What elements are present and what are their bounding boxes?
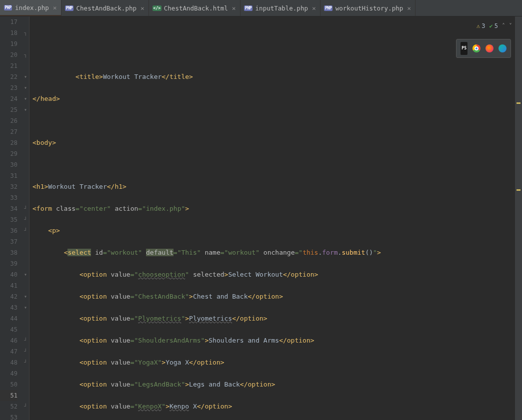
chevron-down-icon[interactable]: ˅	[509, 20, 512, 31]
html-icon: </>	[153, 4, 161, 11]
tab-inputtable-php[interactable]: PHP inputTable.php ×	[240, 0, 320, 16]
tab-label: ChestAndBack.php	[76, 4, 136, 12]
t: =	[130, 403, 134, 410]
php-icon: PHP	[66, 4, 74, 11]
t: option	[84, 359, 111, 366]
t: option	[287, 337, 310, 344]
t: option	[84, 315, 111, 322]
t: "workout"	[224, 249, 260, 256]
t: submit	[342, 249, 365, 256]
close-icon[interactable]: ×	[312, 4, 316, 12]
t: Chest and Back	[193, 293, 248, 300]
editor[interactable]: 1718192021222324252627282930313233343536…	[0, 16, 522, 420]
t: </	[283, 271, 291, 278]
t: </	[279, 337, 287, 344]
t: >	[228, 403, 232, 410]
scrollbar[interactable]	[515, 16, 522, 420]
t: class	[56, 205, 76, 212]
t: <	[80, 403, 84, 410]
t: Shoulders and Arms	[208, 337, 279, 344]
inspection-status[interactable]: ⚠3 ✔5 ˄ ˅	[476, 20, 512, 31]
t: =	[130, 293, 134, 300]
t: </	[232, 315, 240, 322]
t: >	[166, 403, 170, 410]
warning-icon: ⚠	[476, 20, 480, 31]
t: "index.php"	[142, 205, 185, 212]
t: </	[107, 183, 115, 190]
t: value	[111, 403, 130, 410]
t: action	[111, 205, 138, 212]
t: </	[197, 403, 205, 410]
t: =	[130, 359, 134, 366]
close-icon[interactable]: ×	[140, 4, 144, 12]
t: >	[271, 381, 275, 388]
browser-preview-bar[interactable]: PS	[456, 39, 511, 58]
t: >	[162, 359, 166, 366]
t: <	[80, 381, 84, 388]
ok-count: 5	[494, 20, 498, 31]
t: <	[32, 205, 36, 212]
tab-chestandback-html[interactable]: </> ChestAndBack.html ×	[149, 0, 240, 16]
tab-index-php[interactable]: PHP index.php ×	[0, 0, 62, 16]
t: =	[130, 315, 134, 322]
t: "	[373, 249, 377, 256]
tab-workouthistory-php[interactable]: PHP workoutHistory.php ×	[320, 0, 416, 16]
close-icon[interactable]: ×	[53, 4, 57, 11]
t: value	[111, 337, 130, 344]
t: >	[220, 359, 224, 366]
t: title	[80, 73, 99, 80]
fold-column[interactable]: ┐┐▾▾▾▾┘┘┘▾▾▾┘┘┘┘	[22, 16, 30, 420]
phpstorm-icon[interactable]: PS	[460, 42, 468, 55]
t: >	[52, 139, 56, 146]
t: select	[68, 249, 91, 256]
tab-chestandback-php[interactable]: PHP ChestAndBack.php ×	[62, 0, 149, 16]
firefox-icon[interactable]	[486, 44, 494, 52]
edge-icon[interactable]	[498, 44, 506, 52]
t: </	[32, 95, 40, 102]
t: default	[146, 249, 174, 256]
t: title	[170, 73, 189, 80]
t: >	[99, 73, 103, 80]
t: h1	[114, 183, 122, 190]
t: =	[103, 249, 107, 256]
code-area[interactable]: ⚠3 ✔5 ˄ ˅ PS <title>Workout Tracker</tit…	[30, 16, 522, 420]
tab-label: workoutHistory.php	[336, 4, 403, 12]
t: >	[185, 315, 189, 322]
t: value	[111, 381, 130, 388]
chrome-icon[interactable]	[472, 44, 480, 52]
t: >	[56, 227, 60, 234]
t: h1	[36, 183, 44, 190]
t: =	[130, 271, 134, 278]
t: value	[111, 293, 130, 300]
t: option	[256, 293, 279, 300]
t: <	[80, 293, 84, 300]
t: option	[248, 381, 272, 388]
tab-label: inputTable.php	[256, 4, 308, 12]
t: Workout Tracker	[103, 73, 162, 80]
t: =	[130, 337, 134, 344]
t: option	[291, 271, 314, 278]
t: "ShouldersAndArms"	[134, 337, 205, 344]
t: "center"	[80, 205, 111, 212]
t: >	[264, 315, 268, 322]
t: Plyometrics	[189, 315, 232, 322]
t: =	[130, 381, 134, 388]
t: >	[189, 293, 193, 300]
t: Legs and Back	[189, 381, 240, 388]
t: "This"	[178, 249, 201, 256]
t: "ChestAndBack"	[134, 293, 190, 300]
t: option	[84, 293, 111, 300]
t: </	[189, 359, 197, 366]
close-icon[interactable]: ×	[232, 4, 236, 12]
t: value	[111, 271, 130, 278]
t: >	[122, 183, 126, 190]
t: head	[40, 95, 56, 102]
t: Yoga X	[166, 359, 189, 366]
t: =	[174, 249, 178, 256]
t: <	[48, 227, 52, 234]
t: =	[138, 205, 142, 212]
close-icon[interactable]: ×	[407, 4, 411, 12]
t: p	[52, 227, 56, 234]
t: option	[240, 315, 264, 322]
chevron-up-icon[interactable]: ˄	[502, 20, 505, 31]
